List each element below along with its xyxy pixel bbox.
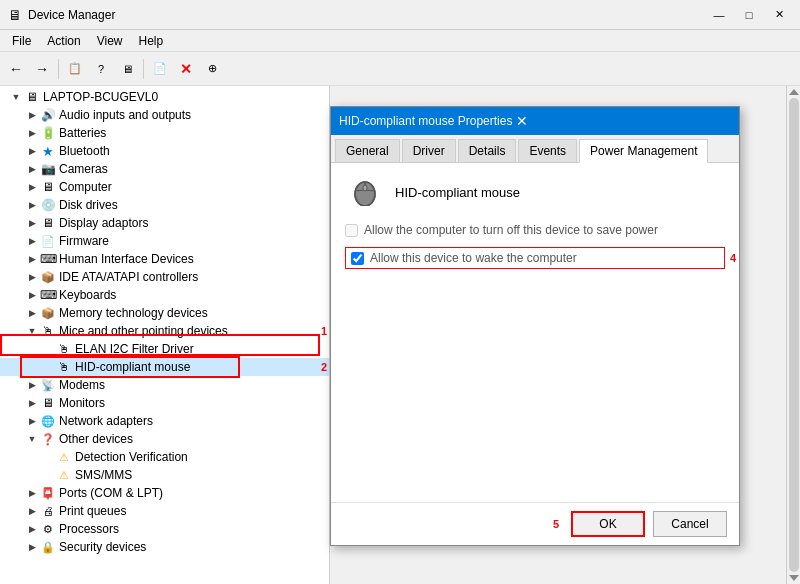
- tree-item-memory[interactable]: ▶ 📦 Memory technology devices: [0, 304, 329, 322]
- processors-toggle[interactable]: ▶: [24, 521, 40, 537]
- device-tree[interactable]: ▼ 🖥 LAPTOP-BCUGEVL0 ▶ 🔊 Audio inputs and…: [0, 86, 330, 584]
- tree-item-detection[interactable]: ▶ ⚠ Detection Verification: [0, 448, 329, 466]
- disk-icon: 💿: [40, 197, 56, 213]
- hid-icon: ⌨: [40, 251, 56, 267]
- firmware-toggle[interactable]: ▶: [24, 233, 40, 249]
- print-toggle[interactable]: ▶: [24, 503, 40, 519]
- network-toggle[interactable]: ▶: [24, 413, 40, 429]
- scrollbar-up-arrow[interactable]: [789, 89, 799, 95]
- display-toggle[interactable]: ▶: [24, 215, 40, 231]
- forward-button[interactable]: →: [30, 57, 54, 81]
- scrollbar-down-arrow[interactable]: [789, 575, 799, 581]
- close-button[interactable]: ✕: [766, 5, 792, 25]
- maximize-button[interactable]: □: [736, 5, 762, 25]
- help-button[interactable]: ?: [89, 57, 113, 81]
- mice-toggle[interactable]: ▼: [24, 323, 40, 339]
- tab-power-management[interactable]: Power Management: [579, 139, 708, 163]
- tree-item-network[interactable]: ▶ 🌐 Network adapters: [0, 412, 329, 430]
- tree-item-cameras[interactable]: ▶ 📷 Cameras: [0, 160, 329, 178]
- monitors-icon: 🖥: [40, 395, 56, 411]
- menu-view[interactable]: View: [89, 32, 131, 50]
- modems-toggle[interactable]: ▶: [24, 377, 40, 393]
- back-button[interactable]: ←: [4, 57, 28, 81]
- print-icon: 🖨: [40, 503, 56, 519]
- wake-computer-label: Allow this device to wake the computer: [370, 251, 577, 265]
- monitors-toggle[interactable]: ▶: [24, 395, 40, 411]
- tab-events[interactable]: Events: [518, 139, 577, 162]
- cancel-button[interactable]: Cancel: [653, 511, 727, 537]
- ports-toggle[interactable]: ▶: [24, 485, 40, 501]
- root-toggle[interactable]: ▼: [8, 89, 24, 105]
- tree-item-keyboards[interactable]: ▶ ⌨ Keyboards: [0, 286, 329, 304]
- tree-item-ide[interactable]: ▶ 📦 IDE ATA/ATAPI controllers: [0, 268, 329, 286]
- main-scrollbar[interactable]: [786, 86, 800, 584]
- tree-item-processors[interactable]: ▶ ⚙ Processors: [0, 520, 329, 538]
- tree-item-batteries[interactable]: ▶ 🔋 Batteries: [0, 124, 329, 142]
- batteries-toggle[interactable]: ▶: [24, 125, 40, 141]
- tab-driver[interactable]: Driver: [402, 139, 456, 162]
- tree-item-hid-mouse[interactable]: ▶ 🖱 HID-compliant mouse 2: [0, 358, 329, 376]
- other-toggle[interactable]: ▼: [24, 431, 40, 447]
- tree-item-mice[interactable]: ▼ 🖱 Mice and other pointing devices 1: [0, 322, 329, 340]
- audio-icon: 🔊: [40, 107, 56, 123]
- show-hidden-button[interactable]: 🖥: [115, 57, 139, 81]
- audio-toggle[interactable]: ▶: [24, 107, 40, 123]
- save-power-checkbox-row[interactable]: Allow the computer to turn off this devi…: [345, 223, 725, 237]
- minimize-button[interactable]: —: [706, 5, 732, 25]
- tree-item-computer[interactable]: ▶ 🖥 Computer: [0, 178, 329, 196]
- disk-toggle[interactable]: ▶: [24, 197, 40, 213]
- tree-item-sms[interactable]: ▶ ⚠ SMS/MMS: [0, 466, 329, 484]
- mouse-image-icon: [347, 178, 383, 206]
- modems-icon: 📡: [40, 377, 56, 393]
- menu-help[interactable]: Help: [131, 32, 172, 50]
- menu-file[interactable]: File: [4, 32, 39, 50]
- uninstall-button[interactable]: ✕: [174, 57, 198, 81]
- save-power-checkbox[interactable]: [345, 224, 358, 237]
- memory-toggle[interactable]: ▶: [24, 305, 40, 321]
- firmware-label: Firmware: [59, 234, 109, 248]
- tree-item-elan[interactable]: ▶ 🖱 ELAN I2C Filter Driver: [0, 340, 329, 358]
- security-label: Security devices: [59, 540, 146, 554]
- annotation-2: 2: [321, 361, 327, 373]
- tab-general[interactable]: General: [335, 139, 400, 162]
- dialog-title-text: HID-compliant mouse Properties: [339, 114, 512, 128]
- tree-item-other[interactable]: ▼ ❓ Other devices: [0, 430, 329, 448]
- security-toggle[interactable]: ▶: [24, 539, 40, 555]
- disk-label: Disk drives: [59, 198, 118, 212]
- sms-label: SMS/MMS: [75, 468, 132, 482]
- tree-item-audio[interactable]: ▶ 🔊 Audio inputs and outputs: [0, 106, 329, 124]
- device-image: [345, 177, 385, 207]
- hid-toggle[interactable]: ▶: [24, 251, 40, 267]
- keyboards-toggle[interactable]: ▶: [24, 287, 40, 303]
- tree-item-disk[interactable]: ▶ 💿 Disk drives: [0, 196, 329, 214]
- scan-button[interactable]: ⊕: [200, 57, 224, 81]
- tree-item-monitors[interactable]: ▶ 🖥 Monitors: [0, 394, 329, 412]
- dialog-close-button[interactable]: ✕: [512, 111, 532, 131]
- properties-dialog: HID-compliant mouse Properties ✕ General…: [330, 106, 740, 546]
- properties-button[interactable]: 📋: [63, 57, 87, 81]
- wake-computer-checkbox[interactable]: [351, 252, 364, 265]
- tree-item-bluetooth[interactable]: ▶ ★ Bluetooth: [0, 142, 329, 160]
- tree-item-firmware[interactable]: ▶ 📄 Firmware: [0, 232, 329, 250]
- tree-item-security[interactable]: ▶ 🔒 Security devices: [0, 538, 329, 556]
- tab-details[interactable]: Details: [458, 139, 517, 162]
- cameras-toggle[interactable]: ▶: [24, 161, 40, 177]
- tree-item-display[interactable]: ▶ 🖥 Display adaptors: [0, 214, 329, 232]
- wake-computer-checkbox-row[interactable]: Allow this device to wake the computer 4: [345, 247, 725, 269]
- ok-button[interactable]: OK: [571, 511, 645, 537]
- security-icon: 🔒: [40, 539, 56, 555]
- menu-action[interactable]: Action: [39, 32, 88, 50]
- tree-item-hid[interactable]: ▶ ⌨ Human Interface Devices: [0, 250, 329, 268]
- audio-label: Audio inputs and outputs: [59, 108, 191, 122]
- ide-toggle[interactable]: ▶: [24, 269, 40, 285]
- dialog-body: HID-compliant mouse Allow the computer t…: [331, 163, 739, 502]
- update-driver-button[interactable]: 📄: [148, 57, 172, 81]
- scrollbar-thumb[interactable]: [789, 98, 799, 572]
- bluetooth-toggle[interactable]: ▶: [24, 143, 40, 159]
- computer-toggle[interactable]: ▶: [24, 179, 40, 195]
- tree-item-print[interactable]: ▶ 🖨 Print queues: [0, 502, 329, 520]
- tab-bar: General Driver Details Events Power Mana…: [331, 135, 739, 163]
- tree-root[interactable]: ▼ 🖥 LAPTOP-BCUGEVL0: [0, 88, 329, 106]
- tree-item-modems[interactable]: ▶ 📡 Modems: [0, 376, 329, 394]
- tree-item-ports[interactable]: ▶ 📮 Ports (COM & LPT): [0, 484, 329, 502]
